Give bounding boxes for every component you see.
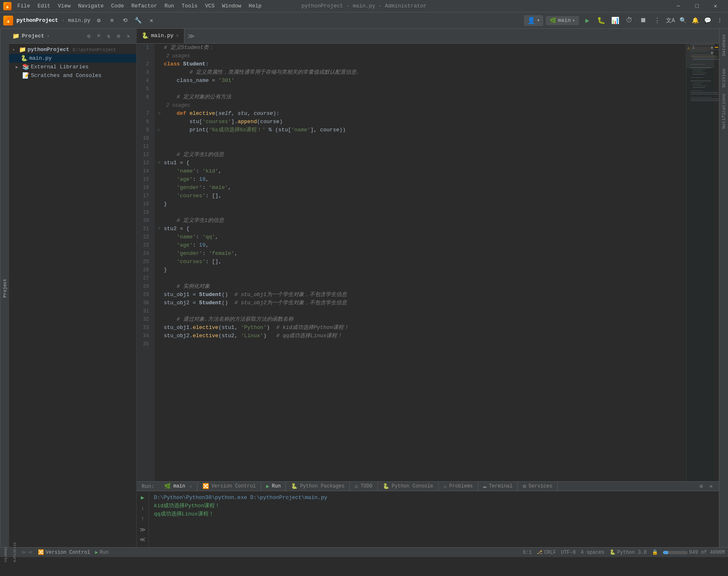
python-icon: 🐍 [609,549,616,555]
panel-close-icon[interactable]: ✕ [124,32,133,41]
tree-item-external[interactable]: ▶ 📚 External Libraries [9,63,136,71]
bottom-tab-terminal[interactable]: ▬ Terminal [478,482,518,491]
output-line-2: kid成功选择Python课程！ [154,502,714,510]
minimap[interactable]: ⚠ 1 ▲ ▼ [686,44,719,481]
more-icon[interactable]: ⋮ [715,16,725,26]
linenum-3: 3 [137,68,151,77]
linenum-24: 24 [137,250,151,258]
maximize-button[interactable]: □ [688,0,706,12]
tree-item-mainpy[interactable]: 🐍 main.py [9,54,136,63]
run-strip-run-icon[interactable]: ▶ [138,493,147,502]
tab-mainpy[interactable]: 🐍 main.py ✕ [137,29,184,43]
more-tools-right[interactable]: ≪ [28,550,33,555]
notification-icon[interactable]: 🔔 [690,16,700,26]
run-strip-double-arrow2-icon[interactable]: ≪ [138,535,147,544]
more-tools-left[interactable]: ≫ [21,550,26,555]
close-panel-icon[interactable]: ✕ [147,16,156,26]
right-sidebar-notifications[interactable]: Notifications [719,95,728,128]
menu-window[interactable]: Window [219,2,245,10]
stop-button[interactable]: ⏹ [637,15,649,26]
bottom-tab-problems[interactable]: ⚠ Problems [439,482,478,491]
code-line-11 [158,142,686,151]
settings-icon[interactable]: ⚙ [94,16,104,26]
profile-button[interactable]: 👤 ▾ [524,15,543,26]
run-strip-arrow-down-icon[interactable]: ↓ [138,504,147,513]
menu-refactor[interactable]: Refactor [128,2,160,10]
position-label: 6:1 [523,550,532,555]
right-sidebar-sciview[interactable]: SciView [719,62,728,95]
status-python[interactable]: 🐍 Python 3.8 [609,549,647,555]
right-sidebar-database[interactable]: Database [719,29,728,62]
debug-button[interactable]: 🐛 [595,15,607,26]
svg-rect-17 [693,84,701,84]
run-strip-double-arrow-icon[interactable]: ≫ [138,525,147,534]
tab-more-button[interactable]: ≫ [184,29,198,43]
menu-navigate[interactable]: Navigate [75,2,107,10]
bottom-tab-python-packages[interactable]: 🐍 Python Packages [286,482,350,491]
code-line-35 [158,340,686,348]
bottom-close-icon[interactable]: ✕ [707,482,716,491]
bottom-settings-icon[interactable]: ⚙ [697,482,706,491]
panel-sort-icon[interactable]: ⇅ [104,32,113,41]
project-name: pythonProject [16,17,58,23]
linenum-27: 27 [137,274,151,282]
status-structure[interactable]: Structure [12,542,16,562]
bottom-tab-todo[interactable]: ☑ TODO [350,482,378,491]
menu-vcs[interactable]: VCS [202,2,218,10]
menu-code[interactable]: Code [108,2,127,10]
status-indent[interactable]: 4 spaces [581,550,605,555]
scroll-up-icon[interactable]: ▲ [711,45,713,50]
status-position[interactable]: 6:1 [523,550,532,555]
status-vcs-icon[interactable]: 🔀 Version Control [38,549,90,555]
panel-collapse-icon[interactable]: ≡ [94,32,103,41]
svg-rect-6 [693,58,717,58]
bottom-tab-version-control[interactable]: 🔀 Version Control [198,482,261,491]
tree-item-root[interactable]: ▾ 📁 pythonProject D:\pythonProject [9,45,136,54]
bottom-tab-run2[interactable]: ▶ Run [261,482,286,491]
build-icon[interactable]: 🔧 [133,16,143,26]
services-label: Services [528,483,552,489]
menu-edit[interactable]: Edit [34,2,53,10]
git-history-icon[interactable]: ⟲ [120,16,130,26]
menu-file[interactable]: File [14,2,33,10]
run-strip-arrow-up-icon[interactable]: ↑ [138,514,147,523]
status-memory[interactable]: 949 of 4096M [663,550,725,555]
structure-icon[interactable]: ≡ [107,16,117,26]
menu-help[interactable]: Help [245,2,265,10]
bottom-panel: Run: 🌿 main ✕ 🔀 Version Control ▶ Run 🐍 [137,481,719,547]
run-tab-close-icon[interactable]: ✕ [189,484,192,489]
panel-dropdown-icon[interactable]: ▾ [47,33,50,39]
code-line-30: stu_obj2 = Student() # stu_obj2为一个学生对象，不… [158,299,686,307]
search-icon[interactable]: 🔍 [678,16,688,26]
run-button[interactable]: ▶ [581,15,593,26]
svg-rect-16 [693,82,703,83]
todo-label: TODO [361,483,372,489]
branch-selector[interactable]: 🌿 main ▾ [546,16,579,25]
status-git-branch[interactable]: ⎇ CRLF [537,549,556,555]
menu-run[interactable]: Run [161,2,177,10]
bottom-tab-services[interactable]: ⚙ Services [518,482,557,491]
panel-settings-icon[interactable]: ⚙ [114,32,123,41]
status-readonly-icon[interactable]: 🔒 [652,549,658,555]
status-encoding[interactable]: UTF-8 [561,550,576,555]
bottom-tab-run[interactable]: 🌿 main ✕ [159,482,197,491]
scroll-down-icon[interactable]: ▼ [711,51,713,56]
minimize-button[interactable]: ─ [669,0,688,12]
coverage-button[interactable]: 📊 [609,15,621,26]
tab-close-icon[interactable]: ✕ [176,33,179,39]
panel-gear-icon[interactable]: ⚙ [84,32,93,41]
chat-icon[interactable]: 💬 [702,16,712,26]
code-content[interactable]: # 定义Student类： 2 usages class Student: # … [155,44,686,481]
bottom-tab-python-console[interactable]: 🐍 Python Console [378,482,439,491]
close-button[interactable]: ✕ [706,0,725,12]
translate-icon[interactable]: 文A [665,16,675,26]
tree-item-scratches[interactable]: 📝 Scratches and Consoles [9,71,136,80]
status-run[interactable]: ▶ Run [95,549,109,555]
svg-rect-3 [691,51,707,51]
profiler-button[interactable]: ⏱ [623,15,635,26]
more-run-button[interactable]: ⋮ [651,15,663,26]
menu-view[interactable]: View [54,2,74,10]
menu-tools[interactable]: Tools [178,2,201,10]
svg-rect-18 [693,86,707,86]
project-panel-toggle[interactable]: Project [0,29,9,547]
